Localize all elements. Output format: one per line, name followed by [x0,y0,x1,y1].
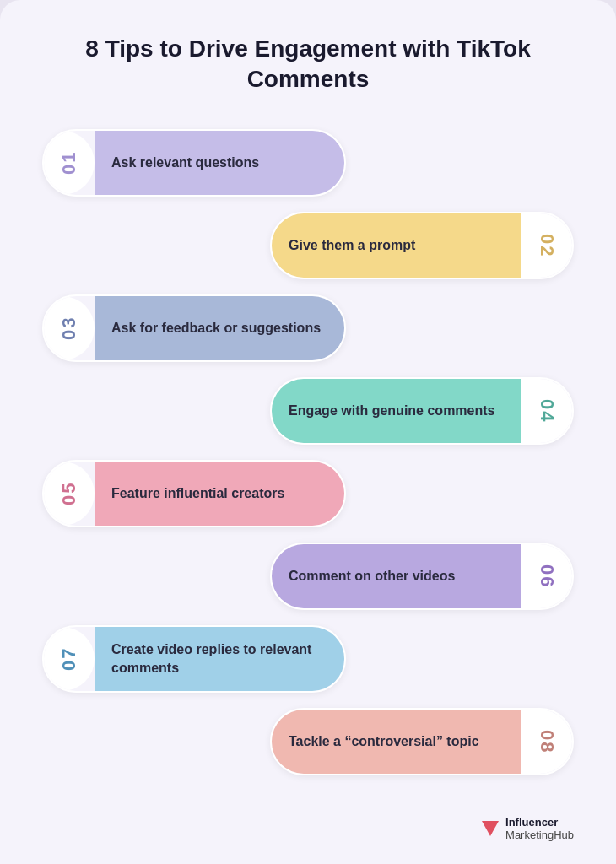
tip-block-06: Comment on other videos 06 [270,543,574,610]
tip-number-01: 01 [44,131,95,195]
tip-row-02: Give them a prompt 02 [42,212,574,279]
tip-number-06: 06 [521,544,572,608]
tip-row-04: Engage with genuine comments 04 [42,377,574,445]
tip-row-07: 07 Create video replies to relevant comm… [42,625,574,693]
brand-diamond-icon [482,821,499,836]
tip-text-02: Give them a prompt [272,213,521,278]
tip-block-05: 05 Feature influential creators [42,460,346,527]
tip-number-08: 08 [521,710,572,774]
tip-text-06: Comment on other videos [272,544,521,608]
tip-block-01: 01 Ask relevant questions [42,129,346,197]
tip-number-07: 07 [44,627,95,691]
page-title: 8 Tips to Drive Engagement with TikTok C… [42,34,574,95]
main-card: 8 Tips to Drive Engagement with TikTok C… [0,0,616,864]
tip-text-04: Engage with genuine comments [272,379,521,443]
tip-row-03: 03 Ask for feedback or suggestions [42,294,574,362]
brand-text: Influencer MarketingHub [505,816,574,842]
tip-text-03: Ask for feedback or suggestions [95,296,344,360]
tip-number-04: 04 [521,379,572,443]
tip-text-01: Ask relevant questions [95,131,344,195]
tip-row-06: Comment on other videos 06 [42,543,574,610]
tip-block-02: Give them a prompt 02 [270,212,574,279]
tip-text-05: Feature influential creators [95,462,344,526]
tip-text-07: Create video replies to relevant comment… [95,627,344,691]
tip-row-01: 01 Ask relevant questions [42,129,574,197]
tip-block-04: Engage with genuine comments 04 [270,377,574,445]
tip-block-03: 03 Ask for feedback or suggestions [42,294,346,362]
tip-number-02: 02 [521,213,572,278]
tip-row-08: Tackle a “controversial” topic 08 [42,708,574,775]
tip-text-08: Tackle a “controversial” topic [272,710,521,774]
tips-container: 01 Ask relevant questions Give them a pr… [42,129,574,791]
tip-number-03: 03 [44,296,95,360]
tip-row-05: 05 Feature influential creators [42,460,574,527]
tip-block-08: Tackle a “controversial” topic 08 [270,708,574,775]
tip-number-05: 05 [44,462,95,526]
brand-logo: Influencer MarketingHub [42,816,574,842]
tip-block-07: 07 Create video replies to relevant comm… [42,625,346,693]
